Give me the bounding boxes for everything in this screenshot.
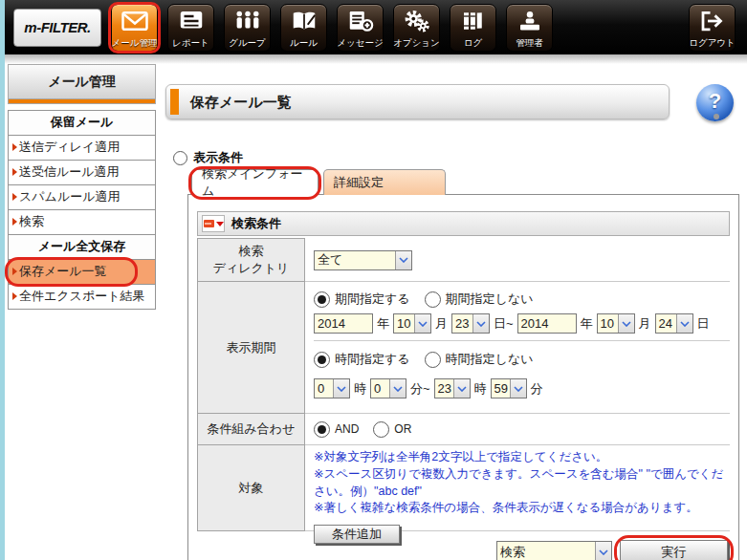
collapse-triangle-icon (216, 222, 224, 226)
page-title: 保存メール一覧 (166, 85, 669, 118)
period-row: 表示期間 期間指定する 期間指定しない 年 (197, 282, 730, 414)
chevron-down-icon (510, 379, 526, 398)
to-min-select[interactable]: 59 (491, 378, 527, 398)
to-day-select[interactable]: 24 (655, 313, 693, 334)
period-nospecify-radio[interactable] (425, 291, 441, 308)
time-specify-radio[interactable] (314, 352, 330, 368)
bullet-arrow-icon (12, 292, 17, 300)
month-unit: 月 (435, 315, 448, 333)
to-hour-value: 23 (435, 381, 453, 396)
to-hour-select[interactable]: 23 (434, 378, 471, 398)
chevron-down-icon (595, 542, 611, 560)
year-unit: 年 (377, 315, 389, 333)
target-note-1: ※対象文字列は全半角2文字以上で指定してください。 (314, 449, 730, 466)
directory-label-line1: 検索 (239, 243, 264, 260)
execute-button[interactable]: 実行 (620, 540, 728, 560)
logout-button[interactable]: ログアウト (689, 4, 736, 52)
toolbar-item-label: ルール (290, 38, 318, 51)
from-day-select[interactable]: 23 (451, 313, 490, 334)
period-specify-label: 期間指定する (335, 291, 410, 308)
target-notes: ※対象文字列は全半角2文字以上で指定してください。 ※スペース区切りで複数入力で… (314, 449, 730, 517)
sidebar-item-label: スパムルール適用 (19, 189, 121, 204)
sidebar-item-spam-rule[interactable]: スパムルール適用 (9, 185, 155, 210)
period-content: 期間指定する 期間指定しない 年 10 月 23 日~ (305, 282, 730, 414)
toolbar-item-rule[interactable]: ルール (280, 4, 327, 52)
to-month-value: 10 (598, 316, 618, 331)
sidebar: メール管理 保留メール 送信ディレイ適用 送受信ルール適用 スパムルール適用 検… (8, 64, 156, 310)
directory-label: 検索 ディレクトリ (197, 238, 305, 282)
directory-row: 検索 ディレクトリ 全て (197, 239, 730, 282)
sidebar-item-send-delay[interactable]: 送信ディレイ適用 (9, 136, 155, 161)
brand-logo: m-FILTER. (13, 9, 101, 47)
tab-search-main-form[interactable]: 検索メインフォーム (191, 169, 319, 195)
sidebar-item-label: 送信ディレイ適用 (19, 140, 120, 154)
folder-icon (204, 220, 214, 227)
sidebar-item-export-results[interactable]: 全件エクスポート結果 (9, 285, 155, 309)
target-note-3: ※著しく複雑な検索条件の場合、条件表示が遅くなる場合があります。 (314, 500, 730, 517)
display-condition-radio[interactable] (173, 151, 187, 165)
from-month-value: 10 (394, 316, 414, 331)
tab-detail-settings[interactable]: 詳細設定 (323, 169, 446, 195)
group-icon (233, 9, 262, 37)
chevron-down-icon (618, 314, 634, 333)
month-unit: 月 (639, 315, 651, 333)
toolbar-item-message[interactable]: メッセージ (337, 4, 384, 52)
from-hour-select[interactable]: 0 (314, 378, 350, 398)
directory-select[interactable]: 全て (314, 250, 412, 270)
sidebar-section-full-save: メール全文保存 (9, 235, 155, 260)
search-condition-title: 検索条件 (231, 215, 281, 232)
period-specify-radio[interactable] (314, 291, 330, 308)
directory-select-value: 全て (315, 251, 395, 269)
from-min-select[interactable]: 0 (370, 378, 406, 398)
period-label-text: 表示期間 (227, 339, 276, 356)
target-row: 対象 ※対象文字列は全半角2文字以上で指定してください。 ※スペース区切りで複数… (197, 445, 730, 531)
sidebar-item-label: 送受信ルール適用 (19, 164, 120, 179)
from-year-input[interactable] (314, 313, 373, 334)
chevron-down-icon (395, 251, 411, 269)
title-accent-bar (170, 89, 179, 115)
search-condition-form: 検索 ディレクトリ 全て (197, 239, 730, 531)
time-specify-label: 時間指定する (335, 351, 410, 368)
toolbar-item-label: ログ (464, 38, 482, 51)
page-edge-strip (0, 0, 5, 560)
sidebar-item-sendrecv-rule[interactable]: 送受信ルール適用 (9, 161, 155, 185)
action-select-value: 検索 (497, 544, 595, 560)
from-hour-value: 0 (315, 381, 333, 396)
toolbar-item-mail[interactable]: メール管理 (111, 4, 158, 52)
toolbar-item-report[interactable]: レポート (167, 4, 214, 52)
target-label-text: 対象 (239, 480, 264, 497)
bullet-arrow-icon (12, 268, 17, 275)
directory-label-line2: ディレクトリ (213, 260, 290, 277)
target-content: ※対象文字列は全半角2文字以上で指定してください。 ※スペース区切りで複数入力で… (305, 445, 730, 531)
search-condition-header: 検索条件 (197, 211, 730, 236)
min-range-unit: 分~ (410, 380, 430, 398)
or-radio[interactable] (373, 421, 389, 438)
sidebar-item-saved-mail-list[interactable]: 保存メール一覧 (9, 260, 155, 285)
time-nospecify-radio[interactable] (425, 352, 441, 368)
bullet-arrow-icon (12, 168, 17, 176)
toolbar-item-admin[interactable]: 管理者 (506, 4, 553, 52)
toolbar-item-label: グループ (229, 38, 266, 51)
action-select[interactable]: 検索 (496, 541, 612, 560)
chevron-down-icon (333, 379, 349, 398)
toolbar-item-label: レポート (172, 38, 209, 51)
chevron-down-icon (414, 314, 430, 333)
sidebar-item-search[interactable]: 検索 (9, 210, 155, 235)
from-month-select[interactable]: 10 (393, 313, 431, 334)
tab-label: 詳細設定 (334, 174, 384, 191)
help-button[interactable]: ? (696, 84, 734, 121)
sidebar-item-label: 保存メール一覧 (19, 264, 107, 278)
add-condition-button[interactable]: 条件追加 (314, 525, 400, 544)
to-year-input[interactable] (517, 313, 577, 334)
folder-toggle[interactable] (202, 215, 225, 232)
chevron-down-icon (472, 314, 489, 333)
toolbar-item-options[interactable]: オプション (393, 4, 440, 52)
logout-label: ログアウト (689, 38, 736, 51)
top-toolbar: m-FILTER. メール管理 レポート グループ (0, 0, 747, 54)
to-month-select[interactable]: 10 (597, 313, 635, 334)
toolbar-item-group[interactable]: グループ (224, 4, 271, 52)
directory-content: 全て (305, 239, 730, 282)
and-radio[interactable] (314, 421, 330, 438)
toolbar-item-log[interactable]: ログ (450, 4, 496, 52)
admin-icon (516, 9, 544, 37)
